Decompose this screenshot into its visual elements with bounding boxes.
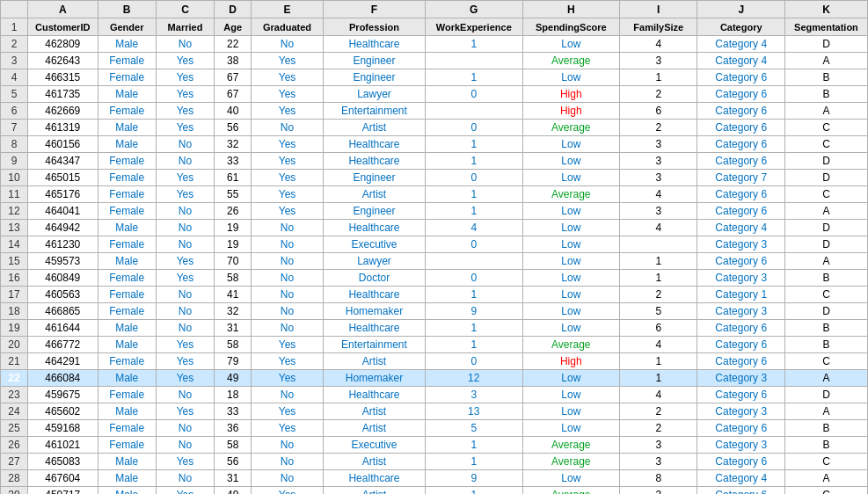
cell[interactable]: Yes xyxy=(156,120,214,136)
cell[interactable]: 32 xyxy=(215,136,252,153)
cell[interactable] xyxy=(620,236,697,253)
cell[interactable]: Yes xyxy=(156,86,214,103)
cell[interactable]: A xyxy=(784,203,867,220)
cell[interactable]: 461644 xyxy=(27,320,98,337)
cell[interactable]: Yes xyxy=(156,170,214,186)
cell[interactable]: Category 3 xyxy=(697,370,784,387)
cell[interactable]: Category 6 xyxy=(697,253,784,270)
cell[interactable]: 1 xyxy=(426,69,523,86)
cell[interactable]: Low xyxy=(522,220,620,236)
cell[interactable]: B xyxy=(784,420,867,437)
cell[interactable]: A xyxy=(784,403,867,420)
cell[interactable]: Category 6 xyxy=(697,337,784,353)
col-J[interactable]: J xyxy=(697,1,784,18)
cell[interactable]: Female xyxy=(98,53,156,69)
cell[interactable]: Male xyxy=(98,220,156,236)
cell[interactable]: 4 xyxy=(426,220,523,236)
cell[interactable]: No xyxy=(156,136,214,153)
cell[interactable]: Male xyxy=(98,136,156,153)
cell[interactable]: 1 xyxy=(426,487,523,495)
cell[interactable]: Executive xyxy=(323,236,425,253)
cell[interactable]: Male xyxy=(98,253,156,270)
cell[interactable]: Female xyxy=(98,103,156,120)
cell[interactable]: Female xyxy=(98,236,156,253)
cell[interactable]: Male xyxy=(98,487,156,495)
cell[interactable]: No xyxy=(156,153,214,170)
cell[interactable]: No xyxy=(252,320,324,337)
cell[interactable]: A xyxy=(784,470,867,487)
cell[interactable]: Male xyxy=(98,320,156,337)
cell[interactable]: Female xyxy=(98,353,156,370)
cell[interactable]: 464291 xyxy=(27,353,98,370)
cell[interactable]: 2 xyxy=(620,403,697,420)
cell[interactable]: A xyxy=(784,253,867,270)
cell[interactable]: Healthcare xyxy=(323,287,425,303)
cell[interactable]: Category 6 xyxy=(697,387,784,403)
cell[interactable]: 33 xyxy=(215,153,252,170)
table-row[interactable]: 2462809MaleNo22NoHealthcare1Low4Category… xyxy=(1,36,868,53)
cell[interactable]: 32 xyxy=(215,303,252,320)
cell[interactable]: Entertainment xyxy=(323,103,425,120)
cell[interactable]: 4 xyxy=(620,36,697,53)
cell[interactable]: High xyxy=(522,353,620,370)
cell[interactable]: 1 xyxy=(426,437,523,454)
table-row[interactable]: 22466084MaleYes49YesHomemaker12Low1Categ… xyxy=(1,370,868,387)
cell[interactable]: Male xyxy=(98,403,156,420)
cell[interactable]: 9 xyxy=(426,303,523,320)
table-row[interactable]: 21464291FemaleYes79YesArtist0High1Catego… xyxy=(1,353,868,370)
cell[interactable]: 49 xyxy=(215,487,252,495)
cell[interactable]: 13 xyxy=(426,403,523,420)
table-row[interactable]: 19461644MaleNo31NoHealthcare1Low6Categor… xyxy=(1,320,868,337)
cell[interactable]: Artist xyxy=(323,454,425,470)
cell[interactable]: Artist xyxy=(323,487,425,495)
cell[interactable]: No xyxy=(252,470,324,487)
cell[interactable]: 79 xyxy=(215,353,252,370)
cell[interactable]: D xyxy=(784,170,867,186)
col-E[interactable]: E xyxy=(252,1,324,18)
cell[interactable]: 70 xyxy=(215,253,252,270)
col-D[interactable]: D xyxy=(215,1,252,18)
cell[interactable]: 49 xyxy=(215,370,252,387)
cell[interactable]: Engineer xyxy=(323,170,425,186)
cell[interactable]: Low xyxy=(522,470,620,487)
cell[interactable]: 22 xyxy=(215,36,252,53)
cell[interactable]: 38 xyxy=(215,53,252,69)
cell[interactable]: Yes xyxy=(252,170,324,186)
cell[interactable]: 4 xyxy=(620,186,697,203)
cell[interactable]: Category 6 xyxy=(697,86,784,103)
cell[interactable]: C xyxy=(784,454,867,470)
cell[interactable]: Male xyxy=(98,36,156,53)
cell[interactable]: Yes xyxy=(252,420,324,437)
cell[interactable]: No xyxy=(252,454,324,470)
cell[interactable]: A xyxy=(784,103,867,120)
cell[interactable]: Category 6 xyxy=(697,487,784,495)
cell[interactable]: C xyxy=(784,353,867,370)
cell[interactable]: Female xyxy=(98,186,156,203)
cell[interactable]: Category 3 xyxy=(697,236,784,253)
table-row[interactable]: 27465083MaleYes56NoArtist1Average3Catego… xyxy=(1,454,868,470)
cell[interactable]: 460156 xyxy=(27,136,98,153)
cell[interactable]: 4 xyxy=(620,337,697,353)
table-row[interactable]: 3462643FemaleYes38YesEngineerAverage3Cat… xyxy=(1,53,868,69)
cell[interactable]: C xyxy=(784,186,867,203)
cell[interactable]: Low xyxy=(522,36,620,53)
cell[interactable]: 467604 xyxy=(27,470,98,487)
cell[interactable]: 56 xyxy=(215,120,252,136)
cell[interactable]: No xyxy=(156,437,214,454)
cell[interactable]: 58 xyxy=(215,437,252,454)
cell[interactable]: Category 4 xyxy=(697,36,784,53)
cell[interactable]: Category 1 xyxy=(697,287,784,303)
cell[interactable]: 459675 xyxy=(27,387,98,403)
cell[interactable]: No xyxy=(252,220,324,236)
cell[interactable]: 4 xyxy=(620,387,697,403)
cell[interactable]: Artist xyxy=(323,420,425,437)
table-row[interactable]: 5461735MaleYes67YesLawyer0High2Category … xyxy=(1,86,868,103)
cell[interactable]: Yes xyxy=(252,370,324,387)
cell[interactable]: 1 xyxy=(426,320,523,337)
cell[interactable]: Average xyxy=(522,487,620,495)
cell[interactable]: Lawyer xyxy=(323,86,425,103)
cell[interactable]: No xyxy=(252,437,324,454)
cell[interactable]: C xyxy=(784,487,867,495)
cell[interactable]: 465602 xyxy=(27,403,98,420)
cell[interactable]: Low xyxy=(522,253,620,270)
